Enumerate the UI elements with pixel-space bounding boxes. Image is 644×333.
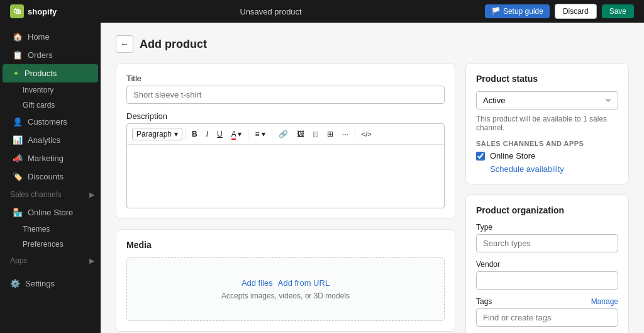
italic-button[interactable]: I xyxy=(203,128,212,140)
status-select[interactable]: Active Draft xyxy=(476,91,618,110)
editor-toolbar: Paragraph ▾ B I U A ▾ xyxy=(127,124,444,145)
channel-row: Online Store xyxy=(476,151,618,161)
sidebar-item-discounts[interactable]: 🏷️ Discounts xyxy=(3,167,98,186)
table-button[interactable]: ⊞ xyxy=(323,128,337,140)
sidebar-item-marketing[interactable]: 📣 Marketing xyxy=(3,149,98,167)
save-button[interactable]: Save xyxy=(602,4,634,18)
sales-channels-section[interactable]: Sales channels ▶ xyxy=(0,186,101,203)
sidebar-item-home[interactable]: 🏠 Home xyxy=(3,28,98,46)
add-url-link[interactable]: Add from URL xyxy=(278,278,330,288)
type-field: Type xyxy=(476,223,618,252)
underline-button[interactable]: U xyxy=(213,128,226,140)
sidebar-item-themes[interactable]: Themes xyxy=(0,222,101,237)
status-hint: This product will be available to 1 sale… xyxy=(476,115,618,132)
product-organization-card: Product organization Type Vendor Tags Ma… xyxy=(465,195,629,333)
analytics-icon: 📊 xyxy=(13,135,23,145)
tags-header: Tags Manage xyxy=(476,297,618,306)
title-input[interactable] xyxy=(126,86,445,104)
schedule-availability-link[interactable]: Schedule availability xyxy=(490,164,618,174)
content-grid: Title Description Paragraph ▾ B I xyxy=(116,63,629,333)
setup-guide-label: Setup guide xyxy=(503,7,543,16)
discounts-icon: 🏷️ xyxy=(13,172,23,181)
media-dropzone[interactable]: Add files Add from URL Accepts images, v… xyxy=(126,257,445,321)
toolbar-divider xyxy=(185,129,186,139)
inventory-label: Inventory xyxy=(23,86,53,94)
chevron-down-icon: ▾ xyxy=(174,130,178,138)
vendor-input[interactable] xyxy=(476,271,618,290)
sidebar-item-preferences[interactable]: Preferences xyxy=(0,237,101,252)
page-title: Add product xyxy=(140,38,207,51)
sidebar-item-label: Marketing xyxy=(28,154,64,163)
chevron-down-icon: ▾ xyxy=(238,130,242,138)
shopify-bag-icon: 🛍 xyxy=(10,4,24,18)
type-input[interactable] xyxy=(476,234,618,252)
sidebar-item-label: Discounts xyxy=(28,172,64,181)
settings-icon: ⚙️ xyxy=(10,279,20,288)
paragraph-label: Paragraph xyxy=(136,130,172,138)
sidebar-item-analytics[interactable]: 📊 Analytics xyxy=(3,131,98,149)
marketing-icon: 📣 xyxy=(13,154,23,163)
video-button[interactable]: ▶⃝ xyxy=(309,128,322,140)
sidebar-item-label: Products xyxy=(25,69,57,78)
product-status-card: Product status Active Draft This product… xyxy=(465,63,629,184)
right-column: Product status Active Draft This product… xyxy=(465,63,629,333)
link-button[interactable]: 🔗 xyxy=(275,128,292,140)
bold-button[interactable]: B xyxy=(188,128,201,140)
themes-label: Themes xyxy=(23,225,50,234)
flag-icon: 🏳️ xyxy=(491,7,501,16)
sidebar-item-products[interactable]: ✦ Products xyxy=(3,64,98,82)
sidebar-item-orders[interactable]: 📋 Orders xyxy=(3,46,98,64)
sidebar-item-label: Orders xyxy=(28,50,53,60)
left-column: Title Description Paragraph ▾ B I xyxy=(116,63,455,333)
online-store-checkbox[interactable] xyxy=(476,152,485,161)
page-header: ← Add product xyxy=(116,35,629,53)
manage-tags-link[interactable]: Manage xyxy=(591,297,618,306)
apps-section[interactable]: Apps ▶ xyxy=(0,252,101,269)
main-content: ← Add product Title Description Paragrap… xyxy=(101,23,644,333)
topbar-left: 🛍 shopify xyxy=(10,4,57,18)
topbar-title: Unsaved product xyxy=(240,7,301,16)
sidebar-item-inventory[interactable]: Inventory xyxy=(0,82,101,98)
vendor-label: Vendor xyxy=(476,260,618,269)
paragraph-select[interactable]: Paragraph ▾ xyxy=(132,128,182,140)
align-icon: ≡ xyxy=(255,130,259,138)
text-color-button[interactable]: A ▾ xyxy=(228,128,246,140)
back-button[interactable]: ← xyxy=(116,35,133,53)
media-links: Add files Add from URL xyxy=(242,278,330,288)
more-button[interactable]: ··· xyxy=(338,128,352,140)
sidebar-item-gift-cards[interactable]: Gift cards xyxy=(0,98,101,113)
toolbar-divider-3 xyxy=(272,129,272,139)
products-icon: ✦ xyxy=(13,69,19,78)
image-button[interactable]: 🖼 xyxy=(293,128,308,140)
topbar: 🛍 shopify Unsaved product 🏳️ Setup guide… xyxy=(0,0,644,23)
sidebar-item-settings[interactable]: ⚙️ Settings xyxy=(0,274,101,293)
sidebar-item-label: Online Store xyxy=(28,208,73,217)
discard-button[interactable]: Discard xyxy=(555,4,597,19)
gift-cards-label: Gift cards xyxy=(23,101,55,110)
app-layout: 🏠 Home 📋 Orders ✦ Products Inventory Gif… xyxy=(0,23,644,333)
setup-guide-button[interactable]: 🏳️ Setup guide xyxy=(485,4,550,18)
tags-input[interactable] xyxy=(476,308,618,327)
shopify-logo-text: shopify xyxy=(28,7,57,16)
add-files-link[interactable]: Add files xyxy=(242,278,273,288)
settings-label: Settings xyxy=(25,279,55,288)
text-color-icon: A xyxy=(231,130,236,140)
status-select-wrap: Active Draft xyxy=(476,91,618,110)
sales-channels-label: Sales channels xyxy=(10,190,61,199)
media-card: Media Add files Add from URL Accepts ima… xyxy=(116,229,455,332)
toolbar-divider-4 xyxy=(355,129,355,139)
chevron-right-icon: ▶ xyxy=(89,257,94,265)
sidebar-item-online-store[interactable]: 🏪 Online Store xyxy=(3,203,98,222)
sales-channels-section-label: SALES CHANNELS AND APPS xyxy=(476,140,618,147)
sidebar-item-customers[interactable]: 👤 Customers xyxy=(3,113,98,131)
media-hint: Accepts images, videos, or 3D models xyxy=(221,291,350,300)
description-editor-area[interactable] xyxy=(127,145,444,208)
online-store-name: Online Store xyxy=(490,151,535,161)
topbar-actions: 🏳️ Setup guide Discard Save xyxy=(485,4,634,19)
tags-field: Tags Manage xyxy=(476,297,618,327)
vendor-field: Vendor xyxy=(476,260,618,290)
align-button[interactable]: ≡ ▾ xyxy=(251,128,269,140)
media-title: Media xyxy=(126,240,445,250)
code-button[interactable]: </> xyxy=(358,128,375,140)
title-label: Title xyxy=(126,74,445,83)
